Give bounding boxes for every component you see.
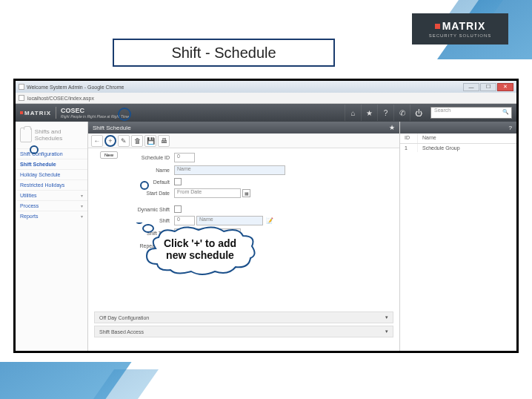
expand-icon: ▾ — [385, 314, 388, 320]
right-panel-header: ? — [400, 122, 516, 133]
logo-dot-icon — [435, 24, 440, 29]
sidebar-item-utilities[interactable]: Utilities▾ — [16, 190, 87, 200]
sidebar-item-reports[interactable]: Reports▾ — [16, 211, 87, 221]
logo-brand-text: MATRIX — [442, 20, 486, 32]
list-header: ID Name — [400, 133, 516, 144]
svg-point-0 — [143, 225, 153, 232]
new-tooltip: New — [100, 151, 118, 159]
favicon-icon — [19, 95, 24, 101]
sidebar-item-holiday-schedule[interactable]: Holiday Schedule — [16, 169, 87, 179]
chevron-down-icon: ▾ — [81, 203, 83, 208]
app-brand: MATRIX — [20, 110, 51, 116]
screenshot-frame: Welcome System Admin - Google Chrome — ☐… — [13, 79, 519, 353]
schedule-id-input[interactable]: 0 — [174, 153, 195, 162]
delete-button[interactable]: 🗑 — [131, 135, 143, 147]
svg-point-1 — [136, 222, 142, 223]
save-button[interactable]: 💾 — [144, 135, 156, 147]
maximize-button[interactable]: ☐ — [480, 83, 496, 91]
right-panel: ? ID Name 1 Schedule Group — [399, 122, 516, 351]
search-icon: 🔍 — [502, 109, 509, 115]
favorite-star-icon[interactable]: ★ — [389, 124, 395, 131]
panel-header: Shift Schedule ★ — [88, 122, 399, 133]
off-day-section[interactable]: Off Day Configuration ▾ — [94, 311, 393, 323]
tab-title: Welcome System Admin - Google Chrome — [27, 85, 124, 90]
add-button[interactable]: + — [104, 135, 116, 147]
chevron-down-icon: ▾ — [81, 193, 83, 198]
star-icon[interactable]: ★ — [361, 105, 377, 121]
back-button[interactable]: ← — [91, 135, 103, 147]
app-header: MATRIX COSEC Right People in Right Place… — [16, 104, 516, 122]
dynamic-shift-label: Dynamic Shift — [94, 207, 174, 212]
page-icon — [19, 84, 24, 90]
note-icon[interactable]: 📝 — [266, 217, 275, 225]
minimize-button[interactable]: — — [463, 83, 479, 91]
sidebar-item-restricted-holidays[interactable]: Restricted Holidays — [16, 179, 87, 190]
slide-title: Shift - Schedule — [171, 44, 276, 62]
highlight-circle — [30, 145, 39, 154]
highlight-circle — [118, 108, 131, 121]
col-id: ID — [400, 133, 418, 143]
slide-title-box: Shift - Schedule — [113, 39, 335, 67]
matrix-logo: MATRIX SECURITY SOLUTIONS — [412, 13, 508, 44]
start-date-input[interactable]: From Date — [174, 188, 241, 198]
sidebar-item-process[interactable]: Process▾ — [16, 200, 87, 211]
edit-button[interactable]: ✎ — [118, 135, 130, 147]
sidebar-item-shift-schedule[interactable]: Shift Schedule — [16, 159, 87, 169]
help-icon[interactable]: ? — [377, 105, 393, 121]
browser-titlebar: Welcome System Admin - Google Chrome — ☐… — [16, 81, 516, 93]
header-search-input[interactable]: Search 🔍 — [430, 107, 512, 119]
address-bar: localhost/COSEC/index.aspx — [16, 93, 516, 104]
sidebar: Shifts and Schedules Shift Configuration… — [16, 122, 88, 351]
default-label: Default — [94, 179, 174, 185]
col-name: Name — [418, 133, 441, 143]
list-row[interactable]: 1 Schedule Group — [400, 144, 516, 152]
calendar-icon[interactable]: ▦ — [242, 189, 250, 197]
power-icon[interactable]: ⏻ — [410, 105, 426, 121]
start-date-label: Start Date — [94, 191, 174, 196]
sidebar-list: Shift Configuration Shift Schedule Holid… — [16, 148, 87, 221]
shift-based-section[interactable]: Shift Based Access ▾ — [94, 326, 393, 337]
logo-subtext: SECURITY SOLUTIONS — [429, 33, 492, 38]
phone-icon[interactable]: ✆ — [393, 105, 410, 121]
brand-dot-icon — [20, 111, 23, 114]
dynamic-shift-checkbox[interactable] — [174, 205, 182, 213]
close-button[interactable]: ✕ — [497, 83, 513, 91]
callout-line1: Click '+' to add — [133, 237, 267, 249]
default-checkbox[interactable] — [174, 178, 182, 185]
help-panel-icon[interactable]: ? — [509, 125, 512, 131]
sidebar-header: Shifts and Schedules — [16, 125, 87, 145]
highlight-circle — [140, 181, 149, 190]
chevron-down-icon: ▾ — [81, 214, 83, 219]
name-label: Name — [94, 168, 174, 173]
expand-icon: ▾ — [385, 329, 388, 334]
clipboard-icon — [20, 128, 32, 142]
callout-line2: new schedule — [133, 249, 267, 261]
home-icon[interactable]: ⌂ — [345, 105, 361, 121]
sidebar-item-shift-configuration[interactable]: Shift Configuration — [16, 148, 87, 159]
name-input[interactable]: Name — [174, 165, 285, 175]
print-button[interactable]: 🖶 — [158, 135, 170, 147]
panel-title: Shift Schedule — [93, 125, 131, 131]
url-text: localhost/COSEC/index.aspx — [27, 96, 94, 101]
panel-toolbar: ← + ✎ 🗑 💾 🖶 — [88, 133, 399, 148]
callout-cloud: Click '+' to add new schedule — [133, 222, 267, 273]
